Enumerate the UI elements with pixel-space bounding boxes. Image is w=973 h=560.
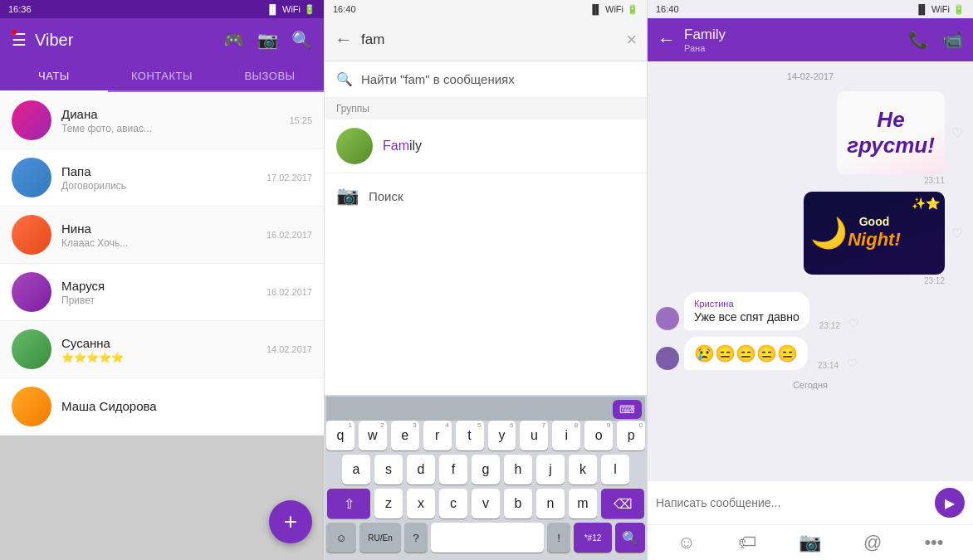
clear-search-button[interactable]: × xyxy=(626,29,637,51)
key-v[interactable]: v xyxy=(472,489,500,519)
tab-contacts[interactable]: КОНТАКТЫ xyxy=(108,61,216,90)
tabs-bar: ЧАТЫ ➤ КОНТАКТЫ ВЫЗОВЫ xyxy=(0,61,324,92)
sender-avatar xyxy=(656,307,679,330)
game-icon[interactable]: 🎮 xyxy=(223,30,244,50)
chat-title-group: Family Рана xyxy=(684,27,900,53)
key-b[interactable]: b xyxy=(504,489,532,519)
key-u[interactable]: 7u xyxy=(520,421,548,450)
heart-icon-1: ♡ xyxy=(951,125,963,141)
chat-item[interactable]: Нина Клааас Хочь... 16.02.2017 xyxy=(0,207,324,264)
find-in-messages-row[interactable]: 🔍 Найти "fam" в сообщениях xyxy=(325,61,647,98)
key-y[interactable]: 6y xyxy=(488,421,516,450)
sticker-icon[interactable]: 🏷 xyxy=(738,532,756,553)
back-button-chat[interactable]: ← xyxy=(658,29,676,51)
more-icon[interactable]: ••• xyxy=(924,532,943,553)
search-header: ← × xyxy=(325,18,647,61)
emoji-key[interactable]: ☺ xyxy=(326,523,356,553)
key-o[interactable]: 9o xyxy=(584,421,613,450)
chat-item[interactable]: Маруся Привет 16.02.2017 xyxy=(0,264,324,321)
panel-family-chat: 16:40 ▐▌ WiFi 🔋 ← Family Рана 📞 📹 14-02-… xyxy=(648,0,973,560)
moon-emoji: 🌙 xyxy=(810,216,848,251)
send-button[interactable]: ▶ xyxy=(935,488,965,518)
key-s[interactable]: s xyxy=(374,455,403,485)
keyboard-row-2: a s d f g h j k l xyxy=(326,455,645,485)
status-bar-3: 16:40 ▐▌ WiFi 🔋 xyxy=(648,0,973,18)
key-m[interactable]: m xyxy=(569,489,597,519)
chat-item[interactable]: Диана Теме фото, авиас... 15:25 xyxy=(0,92,324,149)
chat-info: Нина Клааас Хочь... xyxy=(61,222,257,249)
key-i[interactable]: 8i xyxy=(552,421,580,450)
sticker-text-1: Негрусти! xyxy=(847,107,935,158)
key-w[interactable]: 2w xyxy=(359,421,387,450)
key-z[interactable]: z xyxy=(374,489,403,519)
key-g[interactable]: g xyxy=(472,455,500,485)
key-h[interactable]: h xyxy=(504,455,532,485)
keyboard-toolbar: ⌨ xyxy=(326,397,645,421)
at-icon[interactable]: @ xyxy=(863,532,882,553)
chat-item[interactable]: Папа Договорились 17.02.2017 xyxy=(0,149,324,207)
avatar xyxy=(12,158,51,197)
space-key[interactable] xyxy=(431,523,544,553)
sticker-time-1: 23:11 xyxy=(924,176,945,185)
heart-icon-2: ♡ xyxy=(951,226,963,241)
key-c[interactable]: c xyxy=(439,489,467,519)
compose-input[interactable] xyxy=(656,496,928,509)
video-icon[interactable]: 📹 xyxy=(942,30,963,50)
search-kb-key[interactable]: 🔍 xyxy=(615,523,645,553)
tab-calls[interactable]: ВЫЗОВЫ xyxy=(216,61,324,90)
key-n[interactable]: n xyxy=(536,489,565,519)
key-j[interactable]: j xyxy=(536,455,565,485)
key-x[interactable]: x xyxy=(407,489,435,519)
signal-icon-3: ▐▌ xyxy=(915,4,928,14)
search-icon-header[interactable]: 🔍 xyxy=(291,30,312,50)
chat-item[interactable]: Сусанна ⭐⭐⭐⭐⭐ 14.02.2017 xyxy=(0,321,324,378)
avatar xyxy=(12,329,51,369)
group-result-row[interactable]: Family xyxy=(325,119,647,173)
group-avatar xyxy=(336,128,373,164)
find-text: Найти "fam" в сообщениях xyxy=(361,72,515,86)
group-name-rest: ily xyxy=(409,139,422,153)
back-button-search[interactable]: ← xyxy=(335,29,353,51)
camera-icon[interactable]: 📷 xyxy=(257,30,278,50)
key-f[interactable]: f xyxy=(439,455,467,485)
keyboard: ⌨ 1q 2w 3e 4r 5t 6y 7u 8i 9o 0p a s d f … xyxy=(325,395,647,560)
chat-item[interactable]: Маша Сидорова xyxy=(0,378,324,436)
wifi-icon-1: WiFi xyxy=(282,4,301,14)
search-extra-row[interactable]: 📷 Поиск xyxy=(325,173,647,218)
tab-chats[interactable]: ЧАТЫ ➤ xyxy=(0,61,108,90)
key-l[interactable]: l xyxy=(601,455,629,485)
avatar xyxy=(12,387,51,426)
phone-icon[interactable]: 📞 xyxy=(908,30,929,50)
keyboard-row-3: ⇧ z x c v b n m ⌫ xyxy=(326,489,645,519)
chat-info: Папа Договорились xyxy=(61,164,257,192)
key-d[interactable]: d xyxy=(407,455,435,485)
menu-icon[interactable]: ☰ xyxy=(12,30,27,50)
lang-key[interactable]: RU/En xyxy=(359,523,401,553)
key-q[interactable]: 1q xyxy=(326,421,354,450)
key-k[interactable]: k xyxy=(569,455,597,485)
excl-key[interactable]: ! xyxy=(547,523,570,553)
symbol-key[interactable]: ? xyxy=(404,523,428,553)
key-p[interactable]: 0p xyxy=(617,421,645,450)
battery-icon-3: 🔋 xyxy=(953,4,965,15)
key-t[interactable]: 5t xyxy=(456,421,484,450)
chat-action-icons: 📞 📹 xyxy=(908,30,963,50)
backspace-key[interactable]: ⌫ xyxy=(601,489,644,519)
key-a[interactable]: a xyxy=(342,455,370,485)
avatar xyxy=(12,215,51,255)
panel-search: 16:40 ▐▌ WiFi 🔋 ← × 🔍 Найти "fam" в сооб… xyxy=(324,0,648,560)
sender-avatar-2 xyxy=(656,347,679,370)
key-r[interactable]: 4r xyxy=(423,421,452,450)
key-e[interactable]: 3e xyxy=(391,421,419,450)
fab-button[interactable]: + xyxy=(269,500,312,543)
emoji-time: 23:14 xyxy=(818,361,839,370)
wifi-icon-2: WiFi xyxy=(605,4,623,14)
hash-key[interactable]: *#12 xyxy=(574,523,612,553)
shift-key[interactable]: ⇧ xyxy=(327,489,370,519)
bottom-toolbar: ☺ 🏷 📷 @ ••• xyxy=(648,524,973,560)
text-message-row: Кристина Уже все спят давно 23:12 ♡ xyxy=(656,292,965,330)
keyboard-toggle-btn[interactable]: ⌨ xyxy=(613,400,642,419)
camera-icon-bottom[interactable]: 📷 xyxy=(799,532,821,553)
search-input[interactable] xyxy=(361,32,618,48)
emoji-icon[interactable]: ☺ xyxy=(677,532,696,553)
